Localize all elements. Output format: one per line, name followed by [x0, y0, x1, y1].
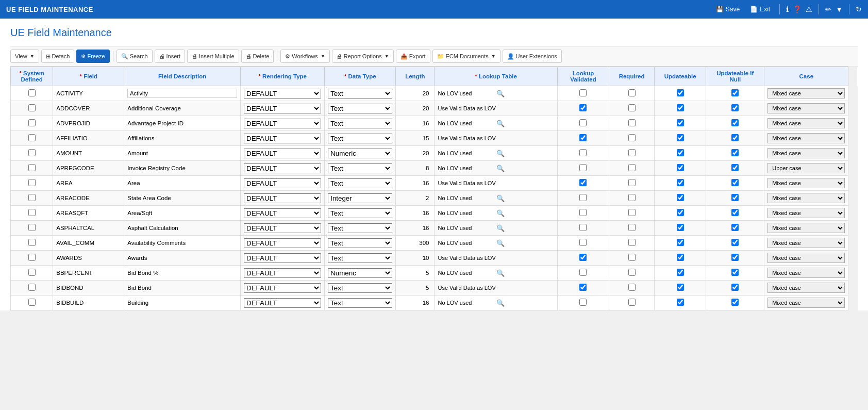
rendering-select[interactable]: DEFAULT: [244, 104, 321, 113]
insert-multiple-button[interactable]: 🖨 Insert Multiple: [187, 50, 239, 63]
updateable-null-checkbox[interactable]: [731, 224, 739, 231]
search-button[interactable]: 🔍 Search: [116, 50, 153, 63]
updateable-null-checkbox[interactable]: [731, 254, 739, 261]
rendering-select[interactable]: DEFAULT: [244, 238, 321, 248]
case-select[interactable]: Mixed case Upper case Lower case: [767, 118, 845, 128]
case-select[interactable]: Mixed case Upper case Lower case: [767, 88, 845, 99]
rendering-select[interactable]: DEFAULT: [244, 134, 321, 143]
updateable-null-checkbox[interactable]: [731, 104, 739, 111]
required-checkbox[interactable]: [628, 239, 636, 246]
system-defined-checkbox[interactable]: [28, 149, 36, 156]
required-checkbox[interactable]: [628, 149, 636, 156]
datatype-select[interactable]: Text Text Numeric Integer Date: [328, 163, 392, 173]
lookup-validated-checkbox[interactable]: [579, 134, 587, 141]
case-select[interactable]: Mixed case Upper case Lower case: [767, 238, 845, 248]
rendering-select[interactable]: DEFAULT: [244, 208, 321, 218]
case-select[interactable]: Mixed case Upper case Lower case: [767, 163, 845, 173]
lookup-validated-checkbox[interactable]: [579, 269, 587, 276]
datatype-select[interactable]: Text Text Numeric Integer Date: [328, 253, 392, 263]
lookup-search-icon[interactable]: 🔍: [496, 269, 554, 277]
required-checkbox[interactable]: [628, 119, 636, 126]
datatype-select[interactable]: Text Text Numeric Integer Date: [328, 208, 392, 218]
case-select[interactable]: Mixed case Upper case Lower case: [767, 298, 845, 308]
edit-icon[interactable]: ✏: [825, 5, 831, 13]
updateable-checkbox[interactable]: [677, 119, 684, 126]
case-select[interactable]: Mixed case Upper case Lower case: [767, 148, 845, 158]
updateable-checkbox[interactable]: [677, 299, 684, 306]
required-checkbox[interactable]: [628, 209, 636, 216]
system-defined-checkbox[interactable]: [28, 179, 36, 186]
system-defined-checkbox[interactable]: [28, 284, 36, 291]
updateable-null-checkbox[interactable]: [731, 164, 739, 171]
workflows-button[interactable]: ⚙ Workflows ▼: [280, 50, 329, 63]
updateable-null-checkbox[interactable]: [731, 284, 739, 291]
case-select[interactable]: Mixed case Upper case Lower case: [767, 193, 845, 203]
system-defined-checkbox[interactable]: [28, 194, 36, 201]
lookup-search-icon[interactable]: 🔍: [496, 239, 554, 247]
case-select[interactable]: Mixed case Upper case Lower case: [767, 283, 845, 293]
case-select[interactable]: Mixed case Upper case Lower case: [767, 208, 845, 218]
updateable-checkbox[interactable]: [677, 149, 684, 156]
required-checkbox[interactable]: [628, 224, 636, 231]
system-defined-checkbox[interactable]: [28, 134, 36, 141]
required-checkbox[interactable]: [628, 299, 636, 306]
system-defined-checkbox[interactable]: [28, 89, 36, 96]
updateable-checkbox[interactable]: [677, 224, 684, 231]
rendering-select[interactable]: DEFAULT: [244, 149, 321, 158]
ecm-documents-button[interactable]: 📁 ECM Documents ▼: [432, 50, 500, 63]
updateable-checkbox[interactable]: [677, 209, 684, 216]
system-defined-checkbox[interactable]: [28, 119, 36, 126]
datatype-select[interactable]: Integer Text Numeric Integer Date: [328, 193, 392, 203]
report-options-button[interactable]: 🖨 Report Options ▼: [332, 50, 394, 63]
system-defined-checkbox[interactable]: [28, 224, 36, 231]
rendering-select[interactable]: DEFAULT: [244, 253, 321, 263]
required-checkbox[interactable]: [628, 164, 636, 171]
lookup-validated-checkbox[interactable]: [579, 179, 587, 186]
delete-button[interactable]: 🖨 Delete: [241, 50, 274, 63]
system-defined-checkbox[interactable]: [28, 299, 36, 306]
required-checkbox[interactable]: [628, 254, 636, 261]
required-checkbox[interactable]: [628, 179, 636, 186]
lookup-validated-checkbox[interactable]: [579, 194, 587, 201]
user-extensions-button[interactable]: 👤 User Extensions: [503, 50, 562, 63]
rendering-select[interactable]: DEFAULT: [244, 283, 321, 293]
rendering-select[interactable]: DEFAULT: [244, 193, 321, 203]
lookup-search-icon[interactable]: 🔍: [496, 299, 554, 307]
lookup-search-icon[interactable]: 🔍: [496, 209, 554, 217]
updateable-null-checkbox[interactable]: [731, 209, 739, 216]
lookup-search-icon[interactable]: 🔍: [496, 165, 554, 172]
lookup-validated-checkbox[interactable]: [579, 119, 587, 126]
lookup-validated-checkbox[interactable]: [579, 149, 587, 156]
rendering-select[interactable]: DEFAULT: [244, 268, 321, 278]
rendering-select[interactable]: DEFAULT: [244, 119, 321, 128]
case-select[interactable]: Mixed case Upper case Lower case: [767, 268, 845, 278]
lookup-search-icon[interactable]: 🔍: [496, 224, 554, 232]
lookup-search-icon[interactable]: 🔍: [496, 90, 554, 97]
updateable-null-checkbox[interactable]: [731, 119, 739, 126]
updateable-checkbox[interactable]: [677, 254, 684, 261]
datatype-select[interactable]: Text Text Numeric Integer Date: [328, 283, 392, 293]
lookup-search-icon[interactable]: 🔍: [496, 194, 554, 202]
lookup-validated-checkbox[interactable]: [579, 104, 587, 111]
lookup-search-icon[interactable]: 🔍: [496, 150, 554, 157]
updateable-checkbox[interactable]: [677, 89, 684, 96]
refresh-icon[interactable]: ↻: [856, 5, 862, 13]
updateable-checkbox[interactable]: [677, 164, 684, 171]
case-select[interactable]: Mixed case Upper case Lower case: [767, 178, 845, 188]
system-defined-checkbox[interactable]: [28, 269, 36, 276]
system-defined-checkbox[interactable]: [28, 239, 36, 246]
required-checkbox[interactable]: [628, 284, 636, 291]
required-checkbox[interactable]: [628, 269, 636, 276]
lookup-validated-checkbox[interactable]: [579, 284, 587, 291]
lookup-validated-checkbox[interactable]: [579, 164, 587, 171]
datatype-select[interactable]: Text Text Numeric Integer Date: [328, 119, 392, 128]
updateable-checkbox[interactable]: [677, 104, 684, 111]
datatype-select[interactable]: Numeric Text Numeric Integer Date: [328, 268, 392, 278]
lookup-validated-checkbox[interactable]: [579, 254, 587, 261]
updateable-checkbox[interactable]: [677, 269, 684, 276]
datatype-select[interactable]: Text Text Numeric Integer Date: [328, 104, 392, 113]
warning-icon[interactable]: ⚠: [806, 5, 812, 13]
system-defined-checkbox[interactable]: [28, 164, 36, 171]
datatype-select[interactable]: Text Text Numeric Integer Date: [328, 223, 392, 233]
lookup-validated-checkbox[interactable]: [579, 299, 587, 306]
